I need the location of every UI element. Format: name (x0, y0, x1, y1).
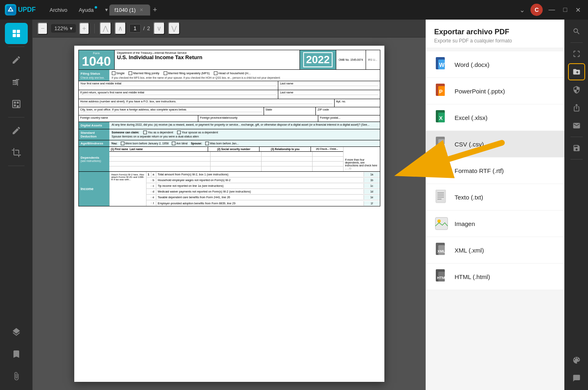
page-prev-btn[interactable]: ∧ (115, 22, 126, 35)
checkbox-married-joint[interactable] (129, 71, 132, 75)
excel-icon: X (434, 110, 449, 125)
checkbox-spouse-dep[interactable] (177, 131, 181, 134)
export-ppt[interactable]: P PowerPoint (.pptx) (426, 78, 564, 104)
standard-deduction-label: Standard Deduction (81, 131, 107, 138)
born-before-check[interactable]: Were born before January 2, 1958 (121, 142, 169, 145)
xml-icon: XML (434, 243, 449, 257)
export-title: Exportar archivo PDF (434, 28, 556, 36)
digital-assets-label: Digital Assets (81, 124, 107, 127)
maximize-btn[interactable]: □ (561, 4, 570, 15)
checkbox-head[interactable] (214, 71, 217, 75)
export-image[interactable]: Imagen (426, 211, 564, 237)
avatar[interactable]: C (530, 4, 543, 16)
svg-rect-4 (13, 34, 16, 37)
far-right-color[interactable] (568, 352, 585, 369)
sidebar-item-crop[interactable] (5, 142, 28, 163)
far-right-search[interactable] (568, 23, 585, 40)
tab-label: f1040 (1) (114, 7, 135, 13)
export-txt[interactable]: Texto (.txt) (426, 184, 564, 211)
logo-icon (5, 4, 16, 16)
blind-label: Are blind (176, 142, 188, 145)
export-options-list: W Word (.docx) P PowerPoint (.pptx) (426, 48, 564, 390)
dep-col4-header: (4) Check... Child... (311, 147, 343, 151)
svg-rect-3 (17, 30, 20, 33)
svg-rect-2 (13, 30, 16, 33)
dependents-label: Dependents (81, 156, 107, 160)
far-right-chat[interactable] (568, 370, 585, 387)
tab-f1040[interactable]: f1040 (1) ✕ (109, 4, 150, 16)
zoom-out-btn[interactable]: − (38, 22, 48, 35)
export-excel[interactable]: X Excel (.xlsx) (426, 104, 564, 131)
export-xml[interactable]: XML XML (.xml) (426, 237, 564, 264)
zoom-in-btn[interactable]: + (79, 22, 89, 35)
sidebar-item-comment[interactable] (5, 120, 28, 141)
filing-head[interactable]: Head of household (H... (214, 71, 251, 75)
checkbox-spouse-born[interactable] (205, 142, 209, 145)
sidebar-item-text[interactable] (5, 71, 28, 93)
export-txt-label: Texto (.txt) (455, 194, 483, 201)
sidebar-item-pages[interactable] (5, 93, 28, 115)
svg-rect-21 (436, 190, 446, 203)
page-first-btn[interactable]: ⋀ (100, 22, 111, 35)
svg-text:W: W (439, 62, 445, 68)
spouse-born-check[interactable]: Was born before Jan... (205, 142, 239, 145)
zoom-dropdown-icon[interactable]: ▾ (70, 25, 73, 31)
spouse-name-label: If joint return, spouse's first name and… (80, 91, 277, 94)
tab-dropdown[interactable]: ▼ (104, 7, 109, 12)
digital-assets-text: At any time during 2022, did you: (a) re… (109, 122, 380, 129)
blind-check[interactable]: Are blind (172, 142, 188, 145)
checkbox-single[interactable] (112, 71, 115, 75)
minimize-btn[interactable]: — (546, 4, 557, 15)
sidebar-item-highlight[interactable] (5, 49, 28, 71)
topbar: UPDF Archivo Ayuda ▼ f1040 (1) ✕ + ⌄ C —… (0, 0, 588, 20)
export-word[interactable]: W Word (.docx) (426, 51, 564, 78)
filing-single-label: Single (116, 71, 125, 75)
filing-married-joint[interactable]: Married filing jointly (129, 71, 159, 75)
filing-married-sep[interactable]: Married filing separately (MFS) (164, 71, 210, 75)
svg-text:P: P (439, 89, 443, 95)
page-total: 2 (147, 25, 150, 31)
zoom-display[interactable]: 122% ▾ (51, 24, 75, 33)
far-right-email[interactable] (568, 117, 585, 134)
spouse-born-label: Was born before Jan... (210, 142, 239, 145)
far-right-protect[interactable] (568, 81, 585, 98)
close-btn[interactable]: ✕ (573, 4, 583, 16)
sidebar-item-layers[interactable] (5, 321, 28, 343)
image-icon (434, 216, 449, 231)
window-list-btn[interactable]: ⌄ (517, 4, 527, 16)
far-right-export[interactable] (568, 63, 585, 80)
tab-add[interactable]: + (153, 6, 157, 14)
menu-archivo[interactable]: Archivo (46, 5, 71, 15)
tab-close[interactable]: ✕ (138, 7, 144, 13)
checkbox-blind[interactable] (172, 142, 175, 145)
menu-ayuda[interactable]: Ayuda (75, 5, 98, 15)
income-label: Income (81, 187, 107, 191)
sidebar-item-viewer[interactable] (5, 23, 28, 44)
export-html[interactable]: HTML HTML (.html) (426, 264, 564, 290)
far-right-share[interactable] (568, 99, 585, 116)
first-name-field: Your first name and middle initial (79, 81, 279, 90)
pdf-scroll[interactable]: Form 1040 Department of the Treasury—Int… (33, 38, 426, 390)
sidebar-item-bookmark[interactable] (5, 343, 28, 365)
you-dependent[interactable]: You as a dependent (143, 131, 173, 134)
page-last-btn[interactable]: ⋁ (168, 22, 180, 35)
export-word-label: Word (.docx) (455, 61, 490, 68)
page-current-input[interactable] (129, 24, 141, 33)
checkbox-born[interactable] (121, 142, 124, 145)
spouse-dependent[interactable]: Your spouse as a dependent (177, 131, 218, 134)
filing-single[interactable]: Single (112, 71, 125, 75)
far-right-ocr[interactable] (568, 45, 585, 62)
updf-logo[interactable]: UPDF (5, 4, 36, 16)
topbar-right: ⌄ C — □ ✕ (517, 4, 583, 16)
export-csv[interactable]: CSV CSV (.csv) (426, 131, 564, 157)
far-right-save[interactable] (568, 140, 585, 157)
income-attach: Attach Form(s) W-2 here. Also attach For… (109, 172, 146, 206)
checkbox-married-sep[interactable] (164, 71, 167, 75)
page-next-btn[interactable]: ∨ (153, 22, 165, 35)
far-right-sidebar (564, 20, 588, 390)
sidebar-sep-3 (8, 166, 24, 166)
checkbox-you-dep[interactable] (143, 131, 147, 134)
spouse-last-field: Last name (278, 90, 379, 99)
sidebar-item-attach[interactable] (5, 366, 28, 387)
export-rtf[interactable]: RTF Formato RTF (.rtf) (426, 157, 564, 184)
